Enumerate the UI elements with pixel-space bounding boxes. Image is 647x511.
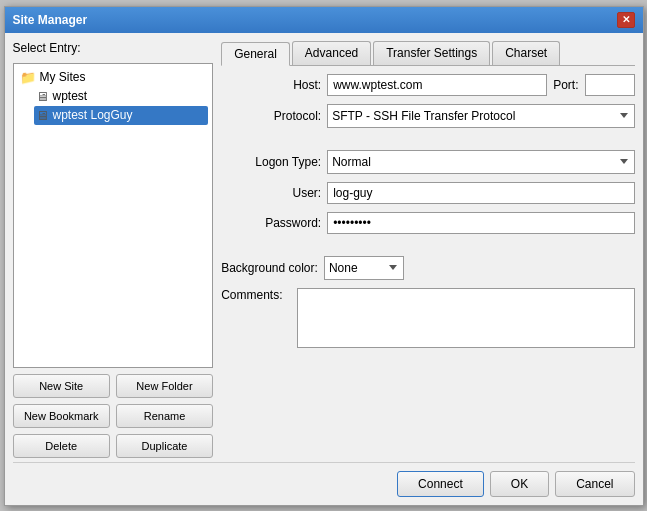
btn-row-3: Delete Duplicate xyxy=(13,434,214,458)
btn-row-1: New Site New Folder xyxy=(13,374,214,398)
host-label: Host: xyxy=(221,78,321,92)
tree-view[interactable]: 📁 My Sites 🖥 wptest 🖥 wptest LogGuy xyxy=(13,63,214,368)
port-label: Port: xyxy=(553,78,578,92)
folder-icon: 📁 xyxy=(20,70,36,85)
host-port-row: Host: Port: xyxy=(221,74,634,96)
tree-item-mysites-label: My Sites xyxy=(40,70,86,84)
delete-button[interactable]: Delete xyxy=(13,434,110,458)
protocol-row: Protocol: SFTP - SSH File Transfer Proto… xyxy=(221,104,634,128)
tab-advanced[interactable]: Advanced xyxy=(292,41,371,65)
bg-color-label: Background color: xyxy=(221,261,318,275)
monitor-icon-logguy: 🖥 xyxy=(36,108,49,123)
close-button[interactable]: ✕ xyxy=(617,12,635,28)
user-label: User: xyxy=(221,186,321,200)
password-input[interactable] xyxy=(327,212,634,234)
new-folder-button[interactable]: New Folder xyxy=(116,374,213,398)
password-label: Password: xyxy=(221,216,321,230)
tab-bar: General Advanced Transfer Settings Chars… xyxy=(221,41,634,66)
tab-charset[interactable]: Charset xyxy=(492,41,560,65)
connect-button[interactable]: Connect xyxy=(397,471,484,497)
select-entry-label: Select Entry: xyxy=(13,41,214,55)
protocol-select[interactable]: SFTP - SSH File Transfer Protocol xyxy=(327,104,634,128)
host-input[interactable] xyxy=(327,74,547,96)
password-row: Password: xyxy=(221,212,634,234)
user-input[interactable] xyxy=(327,182,634,204)
footer: Connect OK Cancel xyxy=(13,462,635,497)
logon-type-row: Logon Type: Normal xyxy=(221,150,634,174)
right-panel: General Advanced Transfer Settings Chars… xyxy=(221,41,634,458)
ok-button[interactable]: OK xyxy=(490,471,549,497)
new-site-button[interactable]: New Site xyxy=(13,374,110,398)
port-input[interactable] xyxy=(585,74,635,96)
tab-transfer-settings[interactable]: Transfer Settings xyxy=(373,41,490,65)
protocol-label: Protocol: xyxy=(221,109,321,123)
site-manager-window: Site Manager ✕ Select Entry: 📁 My Sites … xyxy=(4,6,644,506)
tab-general[interactable]: General xyxy=(221,42,290,66)
left-panel: Select Entry: 📁 My Sites 🖥 wptest 🖥 xyxy=(13,41,214,458)
tree-item-mysites[interactable]: 📁 My Sites xyxy=(18,68,209,87)
main-area: Select Entry: 📁 My Sites 🖥 wptest 🖥 xyxy=(13,41,635,458)
tree-children: 🖥 wptest 🖥 wptest LogGuy xyxy=(34,87,209,125)
window-body: Select Entry: 📁 My Sites 🖥 wptest 🖥 xyxy=(5,33,643,505)
title-bar: Site Manager ✕ xyxy=(5,7,643,33)
comments-label: Comments: xyxy=(221,288,291,302)
logon-type-label: Logon Type: xyxy=(221,155,321,169)
window-title: Site Manager xyxy=(13,13,88,27)
comments-textarea[interactable] xyxy=(297,288,634,348)
tab-content-general: Host: Port: Protocol: SFTP - SSH File Tr… xyxy=(221,74,634,458)
user-row: User: xyxy=(221,182,634,204)
logon-type-select[interactable]: Normal xyxy=(327,150,634,174)
monitor-icon-wptest: 🖥 xyxy=(36,89,49,104)
bg-color-select[interactable]: None xyxy=(324,256,404,280)
tree-item-logguy-label: wptest LogGuy xyxy=(53,108,133,122)
new-bookmark-button[interactable]: New Bookmark xyxy=(13,404,110,428)
btn-row-2: New Bookmark Rename xyxy=(13,404,214,428)
bg-color-row: Background color: None xyxy=(221,256,634,280)
rename-button[interactable]: Rename xyxy=(116,404,213,428)
tree-item-wptest-logguy[interactable]: 🖥 wptest LogGuy xyxy=(34,106,209,125)
tree-item-wptest[interactable]: 🖥 wptest xyxy=(34,87,209,106)
tree-item-wptest-label: wptest xyxy=(53,89,88,103)
cancel-button[interactable]: Cancel xyxy=(555,471,634,497)
duplicate-button[interactable]: Duplicate xyxy=(116,434,213,458)
comments-row: Comments: xyxy=(221,288,634,458)
